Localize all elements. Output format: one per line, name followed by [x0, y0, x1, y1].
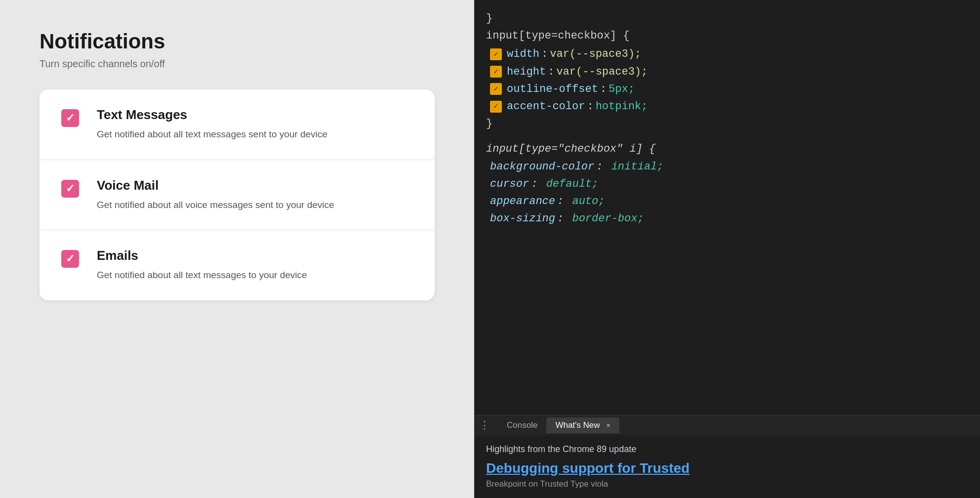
notifications-panel: Notifications Turn specific channels on/… — [0, 0, 474, 498]
devtools-bottom-bar: ⋮ Console What's New × Highlights from t… — [474, 415, 980, 498]
closing-brace-top: } — [486, 10, 968, 27]
devtools-panel: } input[type=checkbox] { width: var(--sp… — [474, 0, 980, 498]
selector-1: input[type=checkbox] { — [486, 27, 968, 44]
code-block-1: input[type=checkbox] { width: var(--spac… — [486, 27, 968, 132]
checkbox-indicator-3 — [490, 83, 502, 95]
code-line-height: height: var(--space3); — [486, 63, 968, 81]
code-area: } input[type=checkbox] { width: var(--sp… — [474, 0, 980, 415]
checkbox-text-messages[interactable] — [61, 109, 79, 127]
console-tab[interactable]: Console — [498, 417, 546, 433]
code-line-outline-offset: outline-offset: 5px; — [486, 81, 968, 98]
checkbox-icon-voice-mail[interactable] — [61, 180, 79, 198]
page-subtitle: Turn specific channels on/off — [40, 58, 435, 70]
code-line-width: width: var(--space3); — [486, 45, 968, 63]
checkbox-emails[interactable] — [61, 250, 79, 268]
notification-item-desc-voicemail: Get notified about all voice messages se… — [97, 198, 413, 212]
notification-item-text-messages: Text Messages Get notified about all tex… — [40, 89, 435, 160]
checkbox-indicator-4 — [490, 101, 502, 113]
checkbox-icon-emails[interactable] — [61, 250, 79, 268]
whats-new-content: Highlights from the Chrome 89 update Deb… — [474, 435, 980, 498]
whats-new-highlight: Highlights from the Chrome 89 update — [486, 444, 968, 455]
notification-item-voice-mail: Voice Mail Get notified about all voice … — [40, 160, 435, 231]
code-line-box-sizing: box-sizing: border-box; — [486, 210, 968, 227]
checkbox-icon-text-messages[interactable] — [61, 109, 79, 127]
code-line-accent-color: accent-color: hotpink; — [486, 98, 968, 115]
notification-text-messages-text: Text Messages Get notified about all tex… — [97, 107, 413, 142]
notification-emails-text: Emails Get notified about all text messa… — [97, 248, 413, 283]
notification-item-title-voicemail: Voice Mail — [97, 178, 413, 193]
code-line-appearance: appearance: auto; — [486, 193, 968, 210]
notifications-card: Text Messages Get notified about all tex… — [40, 89, 435, 300]
notification-item-title: Text Messages — [97, 107, 413, 123]
notification-voice-mail-text: Voice Mail Get notified about all voice … — [97, 178, 413, 212]
selector-2: input[type="checkbox" i] { — [486, 140, 968, 158]
whats-new-tab-label: What's New — [555, 420, 600, 430]
devtools-tabs-row: ⋮ Console What's New × — [474, 415, 980, 435]
code-line-bg-color: background-color: initial; — [486, 158, 968, 175]
notification-item-title-emails: Emails — [97, 248, 413, 263]
closing-brace-block1: } — [486, 115, 968, 132]
checkbox-indicator-1 — [490, 48, 502, 60]
code-line-cursor: cursor: default; — [486, 175, 968, 193]
whats-new-sub: Breakpoint on Trusted Type viola — [486, 479, 968, 489]
page-title: Notifications — [40, 30, 435, 53]
checkbox-indicator-2 — [490, 66, 502, 78]
whats-new-tab[interactable]: What's New × — [546, 417, 619, 433]
notification-item-desc-emails: Get notified about all text messages to … — [97, 268, 413, 283]
whats-new-tab-close[interactable]: × — [606, 421, 611, 429]
notification-item-desc: Get notified about all text messages sen… — [97, 127, 413, 142]
code-block-2: input[type="checkbox" i] { background-co… — [486, 140, 968, 227]
notification-item-emails: Emails Get notified about all text messa… — [40, 230, 435, 300]
devtools-more-tabs-button[interactable]: ⋮ — [479, 419, 490, 432]
whats-new-link[interactable]: Debugging support for Trusted — [486, 460, 968, 476]
checkbox-voice-mail[interactable] — [61, 180, 79, 198]
